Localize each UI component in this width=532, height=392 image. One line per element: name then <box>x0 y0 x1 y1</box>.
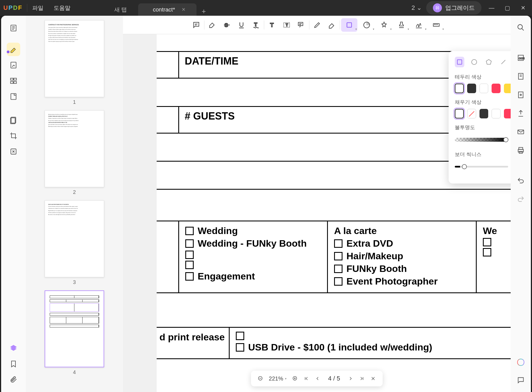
ai-button[interactable] <box>515 356 527 368</box>
print-button[interactable] <box>515 144 527 157</box>
color-swatch[interactable] <box>455 84 464 93</box>
checkbox[interactable] <box>334 265 343 273</box>
svg-rect-6 <box>14 78 16 80</box>
thumbnail-2[interactable]: Architecto beatae vitae dicta sunt expli… <box>45 110 104 187</box>
stamp2-button[interactable]: ▾ <box>393 18 410 32</box>
search-button[interactable] <box>515 21 527 34</box>
close-button[interactable]: ✕ <box>517 2 529 13</box>
layers-button[interactable] <box>7 341 20 355</box>
attachment-button[interactable] <box>7 373 20 386</box>
checkbox[interactable] <box>185 227 194 235</box>
last-page-button[interactable] <box>357 373 367 384</box>
no-fill-swatch[interactable] <box>467 109 476 118</box>
organize-button[interactable] <box>7 74 20 88</box>
sticker-button[interactable]: ▾ <box>359 18 375 32</box>
tab-label: contract* <box>153 6 175 13</box>
checkbox[interactable] <box>185 272 194 281</box>
opacity-slider[interactable] <box>455 138 508 142</box>
zoom-out-button[interactable] <box>255 373 266 384</box>
open-docs-count[interactable]: 2 ⌄ <box>412 4 422 12</box>
thumbnail-1[interactable]: CONTRACT FOR PHOTOGRAPHIC SERVICESLorem … <box>45 20 104 97</box>
stamp-button[interactable]: ▾ <box>376 18 392 32</box>
compress-button[interactable] <box>515 70 527 82</box>
next-page-button[interactable] <box>346 373 356 384</box>
checkbox[interactable] <box>236 332 244 340</box>
highlight-button[interactable] <box>206 18 219 32</box>
thickness-slider[interactable] <box>455 166 508 168</box>
color-swatch[interactable] <box>480 109 488 118</box>
share-button[interactable] <box>515 107 527 120</box>
user-avatar-icon: 유 <box>433 3 442 12</box>
eraser-button[interactable] <box>325 18 339 32</box>
bookmark-button[interactable] <box>7 357 20 371</box>
add-tab-button[interactable]: + <box>202 7 206 16</box>
email-button[interactable] <box>515 126 527 138</box>
checkbox[interactable] <box>185 239 194 248</box>
comment-button[interactable] <box>189 18 203 32</box>
shape-line[interactable] <box>499 57 508 67</box>
annotate-button[interactable] <box>7 43 20 56</box>
prev-page-button[interactable] <box>312 373 323 384</box>
underline-button[interactable] <box>235 18 248 32</box>
color-swatch[interactable] <box>492 109 501 118</box>
col-title: We <box>483 225 504 236</box>
thumbnail-number: 4 <box>73 370 76 375</box>
page-navigation: 221%▾ 4 / 5 <box>251 371 383 386</box>
checkbox[interactable] <box>334 239 343 248</box>
ocr-button[interactable]: OCR <box>515 52 527 64</box>
pencil-button[interactable] <box>310 18 324 32</box>
minimize-button[interactable]: — <box>486 2 497 13</box>
color-swatch[interactable] <box>467 84 476 93</box>
opacity-label: 불투명도 <box>455 124 511 131</box>
close-nav-button[interactable] <box>368 373 378 384</box>
signature-button[interactable]: ▾ <box>411 18 427 32</box>
protect-button[interactable] <box>515 89 527 101</box>
upgrade-button[interactable]: 유 업그레이드 <box>426 1 481 15</box>
checkbox[interactable] <box>185 251 194 259</box>
thumbnail-4[interactable] <box>45 290 104 367</box>
checkbox[interactable] <box>185 261 194 269</box>
zoom-in-button[interactable] <box>290 373 300 384</box>
squiggly-button[interactable]: T <box>249 18 263 32</box>
color-swatch[interactable] <box>455 109 464 118</box>
menu-file[interactable]: 파일 <box>32 4 44 12</box>
color-swatch[interactable] <box>504 84 511 93</box>
checkbox[interactable] <box>483 248 491 256</box>
close-icon[interactable]: × <box>182 6 185 13</box>
shape-polygon[interactable] <box>484 57 494 67</box>
page-tools-button[interactable] <box>7 113 20 127</box>
undo-button[interactable] <box>515 175 527 187</box>
tab-new[interactable]: 새 탭 <box>103 3 138 16</box>
zoom-level[interactable]: 221%▾ <box>267 375 289 382</box>
checkbox[interactable] <box>334 252 343 260</box>
reader-mode-button[interactable] <box>7 21 20 35</box>
shape-circle[interactable] <box>469 57 479 67</box>
chat-button[interactable] <box>515 374 527 386</box>
textbox-button[interactable]: T <box>280 18 293 32</box>
color-swatch[interactable] <box>504 109 511 118</box>
strikethrough-button[interactable]: S <box>220 18 234 32</box>
first-page-button[interactable] <box>301 373 311 384</box>
maximize-button[interactable]: ▢ <box>502 2 513 13</box>
measure-button[interactable]: ▾ <box>428 18 444 32</box>
edit-button[interactable] <box>7 58 20 72</box>
tab-active[interactable]: contract* × <box>138 3 197 16</box>
page-indicator[interactable]: 4 / 5 <box>324 375 345 382</box>
svg-marker-35 <box>486 59 491 64</box>
shape-rectangle[interactable] <box>455 57 464 67</box>
color-swatch[interactable] <box>492 84 501 93</box>
svg-line-49 <box>522 29 524 31</box>
callout-button[interactable] <box>294 18 308 32</box>
color-swatch[interactable] <box>480 84 488 93</box>
checkbox[interactable] <box>334 277 343 286</box>
convert-button[interactable] <box>7 145 20 158</box>
shape-button[interactable]: ▾ <box>341 18 357 32</box>
text-button[interactable]: T <box>265 18 279 32</box>
form-button[interactable] <box>7 90 20 103</box>
checkbox[interactable] <box>483 238 491 246</box>
redo-button[interactable] <box>515 193 527 205</box>
crop-button[interactable] <box>7 129 20 143</box>
checkbox[interactable] <box>236 343 244 352</box>
menu-help[interactable]: 도움말 <box>54 4 70 12</box>
thumbnail-3[interactable]: RIGHTS AND RESPONSIBILITIES OF THE PARTI… <box>45 200 104 277</box>
